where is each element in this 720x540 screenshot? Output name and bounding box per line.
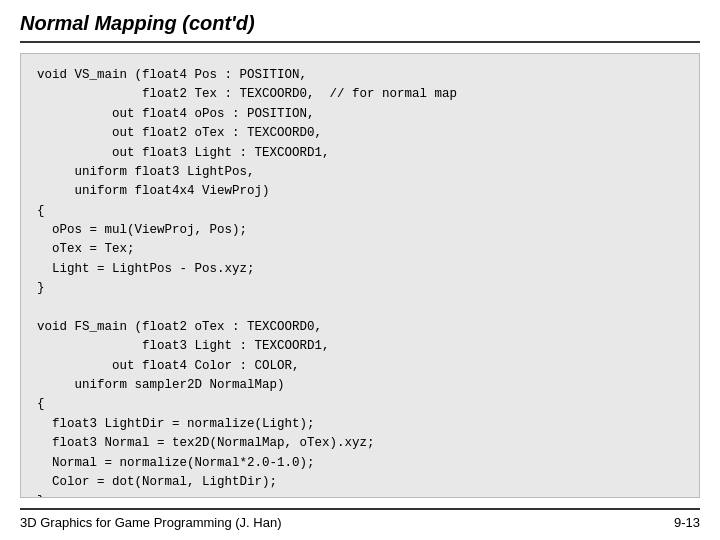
title-bar: Normal Mapping (cont'd) bbox=[20, 12, 700, 43]
code-block: void VS_main (float4 Pos : POSITION, flo… bbox=[20, 53, 700, 498]
page-title: Normal Mapping (cont'd) bbox=[20, 12, 255, 34]
footer-left: 3D Graphics for Game Programming (J. Han… bbox=[20, 515, 282, 530]
page: Normal Mapping (cont'd) void VS_main (fl… bbox=[0, 0, 720, 540]
footer-right: 9-13 bbox=[674, 515, 700, 530]
footer: 3D Graphics for Game Programming (J. Han… bbox=[20, 508, 700, 530]
